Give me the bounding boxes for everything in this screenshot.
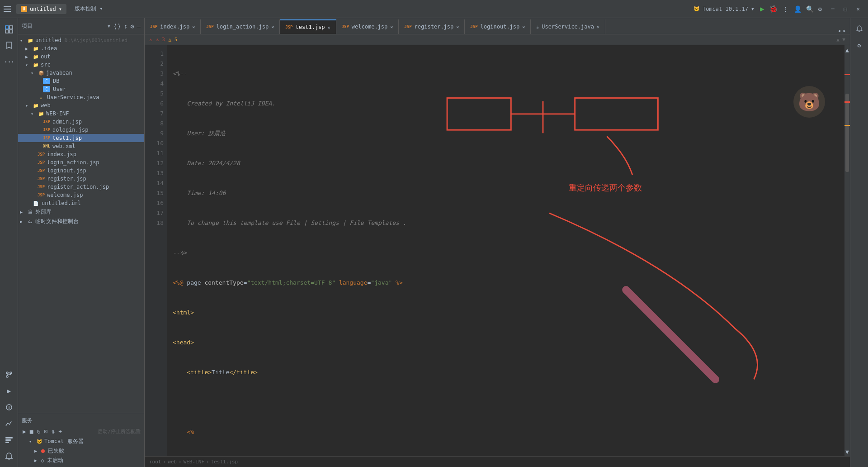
tree-welcome-jsp[interactable]: JSP welcome.jsp [18, 191, 144, 199]
gear-btn[interactable]: ⚙ [130, 23, 134, 30]
tab-close-btn[interactable]: ✕ [522, 24, 525, 29]
run-button[interactable]: ▶ [760, 5, 764, 13]
service-run-btn[interactable]: ▶ [22, 427, 27, 436]
jsp-icon: JSP [43, 127, 50, 133]
tree-tomcat-server[interactable]: ▾ 🐱 Tomcat 服务器 [22, 437, 141, 446]
tab-test1-jsp[interactable]: JSP test1.jsp ✕ [280, 19, 336, 34]
close-panel-btn[interactable]: — [137, 23, 141, 30]
tree-server-failed[interactable]: ▶ 已失败 [22, 446, 141, 456]
breadcrumb-webinf[interactable]: WEB-INF [184, 459, 204, 465]
tree-test1-jsp[interactable]: JSP test1.jsp [18, 134, 144, 142]
line-num-8: 8 [145, 119, 164, 129]
toolbar-run-btn[interactable]: ▶ [2, 384, 16, 398]
tab-close-btn[interactable]: ✕ [390, 24, 393, 29]
tree-root[interactable]: ▾ 📁 untitled D:\A\jsp\001\untitled [18, 36, 144, 44]
tab-scroll-right[interactable]: ▸ [843, 27, 846, 34]
search-icon[interactable]: 🔍 [806, 5, 814, 13]
code-area[interactable]: <%-- Created by IntelliJ IDEA. User: 赵晨浩… [167, 45, 844, 456]
service-add-btn[interactable]: + [57, 427, 63, 436]
more-button[interactable]: ⋮ [783, 5, 788, 12]
tab-close-btn[interactable]: ✕ [192, 24, 195, 29]
tree-loginaction-jsp[interactable]: JSP login_action.jsp [18, 158, 144, 167]
tree-idea[interactable]: ▶ 📁 .idea [18, 44, 144, 52]
tab-bar: JSP index.jsp ✕ JSP login_action.jsp ✕ J… [145, 18, 850, 34]
service-stop-btn[interactable]: ■ [29, 427, 34, 436]
breadcrumb-test1[interactable]: test1.jsp [211, 459, 238, 465]
vcs-button[interactable]: 版本控制 ▾ [70, 3, 107, 14]
code-line-12 [173, 397, 839, 407]
debug-button[interactable]: 🐞 [769, 5, 778, 13]
breadcrumb-web[interactable]: web [168, 459, 177, 465]
toolbar-debug-btn[interactable] [2, 400, 16, 415]
tree-loginout-jsp[interactable]: JSP loginout.jsp [18, 167, 144, 175]
settings-icon[interactable]: ⚙ [818, 5, 822, 13]
registeraction-jsp-label: register_action.jsp [47, 184, 109, 190]
tree-web[interactable]: ▾ 📁 web [18, 101, 144, 110]
tab-close-btn[interactable]: ✕ [456, 24, 459, 29]
text-content: Title [212, 367, 229, 377]
breadcrumb-root[interactable]: root [149, 459, 161, 465]
toolbar-project-btn[interactable] [2, 22, 16, 36]
tree-user[interactable]: C User [18, 85, 144, 93]
toolbar-git-btn[interactable] [2, 367, 16, 382]
tree-external-libs[interactable]: ▶ 🏛 外部库 [18, 207, 144, 217]
menu-icon[interactable] [4, 5, 13, 14]
right-btn-notifications[interactable] [852, 22, 867, 36]
service-restart-btn[interactable]: ↻ [36, 427, 42, 436]
collapse-all-btn[interactable]: ⟨⟩ [113, 23, 121, 30]
scroll-down-btn[interactable]: ▼ [844, 447, 850, 456]
tree-db[interactable]: C DB [18, 77, 144, 85]
tab-userservice-java[interactable]: ☕ UserService.java ✕ [531, 19, 605, 34]
toolbar-bookmark-btn[interactable] [2, 38, 16, 52]
jsp-tag: <% [187, 427, 194, 437]
tree-register-jsp[interactable]: JSP register.jsp [18, 175, 144, 183]
tab-close-btn[interactable]: ✕ [597, 24, 599, 29]
right-btn-settings2[interactable]: ⚙ [852, 38, 867, 52]
code-line-2: Created by IntelliJ IDEA. [173, 99, 839, 109]
expand-btn[interactable]: ↕ [124, 23, 127, 30]
loginaction-jsp-label: login_action.jsp [47, 159, 99, 166]
service-sort-btn[interactable]: ⇅ [50, 427, 56, 436]
tree-temp-files[interactable]: ▶ 🗂 临时文件和控制台 [18, 217, 144, 226]
scroll-thumb[interactable] [845, 94, 849, 172]
tree-admin-jsp[interactable]: JSP admin.jsp [18, 118, 144, 126]
tab-scroll-left[interactable]: ◂ [837, 27, 841, 34]
toolbar-profile-btn[interactable] [2, 416, 16, 431]
tree-index-jsp[interactable]: JSP index.jsp [18, 150, 144, 158]
spacer-icon [36, 144, 42, 149]
maximize-button[interactable]: □ [839, 3, 852, 15]
error-marker-2 [844, 101, 850, 103]
tree-webxml[interactable]: XML web.xml [18, 142, 144, 150]
tab-close-btn[interactable]: ✕ [328, 25, 330, 30]
error-icon: ⚠ [149, 37, 152, 43]
tree-dologin-jsp[interactable]: JSP dologin.jsp [18, 126, 144, 134]
project-name-badge[interactable]: U untitled ▾ [16, 4, 66, 14]
toolbar-structure-btn[interactable] [2, 433, 16, 447]
toolbar-notification-btn[interactable] [2, 449, 16, 463]
tab-close-btn[interactable]: ✕ [271, 24, 274, 29]
tab-register-jsp[interactable]: JSP register.jsp ✕ [399, 19, 465, 34]
arrow-icon: ▾ [25, 103, 31, 108]
tree-src[interactable]: ▾ 📁 src [18, 61, 144, 69]
tree-javabean[interactable]: ▾ 📦 javabean [18, 69, 144, 77]
tree-untitled-iml[interactable]: 📄 untitled.iml [18, 199, 144, 207]
error-nav[interactable]: ▲ ▼ [836, 37, 845, 43]
tab-welcome-jsp[interactable]: JSP welcome.jsp ✕ [336, 19, 399, 34]
tab-loginaction-jsp[interactable]: JSP login_action.jsp ✕ [201, 19, 280, 34]
tree-webinf[interactable]: ▾ 📁 WEB-INF [18, 110, 144, 118]
scroll-up-btn[interactable]: ▲ [844, 45, 850, 54]
tree-server-not-started[interactable]: ▶ ○ 未启动 [22, 456, 141, 465]
tree-out[interactable]: ▶ 📁 out [18, 52, 144, 61]
arrow-icon: ▶ [20, 219, 25, 224]
user-icon[interactable]: 👤 [794, 5, 802, 13]
service-filter-btn[interactable]: ⊡ [43, 427, 48, 436]
toolbar-dots-btn[interactable]: ··· [2, 54, 16, 69]
tab-loginout-jsp[interactable]: JSP loginout.jsp ✕ [465, 19, 531, 34]
start-stop-label: 启动/停止所选配置 [65, 428, 141, 435]
right-scrollbar[interactable]: ▲ ▼ [844, 45, 850, 456]
tree-userservice[interactable]: ☕ UserService.java [18, 93, 144, 101]
close-button[interactable]: ✕ [852, 3, 864, 15]
tree-registeraction-jsp[interactable]: JSP register_action.jsp [18, 183, 144, 191]
minimize-button[interactable]: ─ [826, 3, 839, 15]
tab-index-jsp[interactable]: JSP index.jsp ✕ [145, 19, 201, 34]
